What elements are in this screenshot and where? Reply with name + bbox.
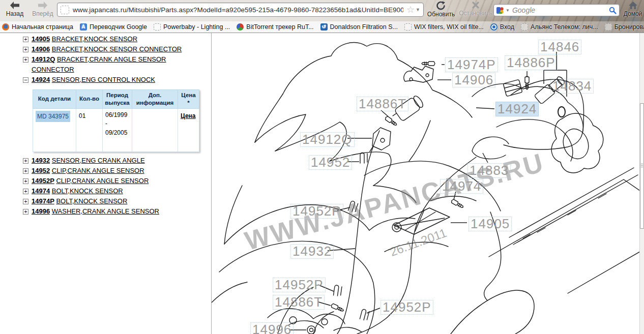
tree-item-14905[interactable]: 14905 BRACKET,KNOCK SENSOR	[32, 34, 207, 44]
part-label-14886T[interactable]: 14886T	[357, 97, 408, 111]
part-label-14886T[interactable]: 14886T	[273, 295, 325, 310]
forward-button: Вперёд	[30, 1, 56, 17]
expand-plus-icon[interactable]	[23, 178, 28, 184]
home-button[interactable]: Домой	[622, 1, 644, 17]
part-label-14924-highlighted[interactable]: 14924	[495, 102, 539, 116]
bookmark-item[interactable]: WIX filters, WIX oil filte...	[404, 23, 484, 31]
bookmark-item[interactable]: Начальная страница	[2, 23, 73, 31]
part-code-link[interactable]: 14932	[32, 157, 50, 164]
bookmark-item[interactable]: Вход	[490, 23, 514, 31]
washer-drawing	[307, 326, 315, 334]
tree-item-14952P[interactable]: 14952P CLIP,CRANK ANGLE SENSOR	[32, 176, 207, 186]
part-code-link[interactable]: 14912Q	[32, 55, 55, 63]
back-arrow-icon	[9, 1, 20, 10]
part-desc-link[interactable]: BRACKET,KNOCK SENSOR CONNECTOR	[52, 45, 182, 53]
back-button[interactable]: Назад	[2, 1, 27, 17]
url-bar[interactable]: www.japancats.ru/Mitsubishi/Parts.aspx?M…	[57, 3, 424, 17]
part-code-link[interactable]: 14952P	[32, 177, 54, 185]
url-text[interactable]: www.japancats.ru/Mitsubishi/Parts.aspx?M…	[73, 6, 403, 14]
expand-plus-icon[interactable]	[23, 47, 28, 52]
part-label-14974P[interactable]: 14974P	[445, 57, 498, 72]
part-label-14883[interactable]: 14883	[467, 163, 511, 178]
part-label-14846[interactable]: 14846	[538, 40, 581, 54]
part-label-14952P[interactable]: 14952P	[380, 300, 433, 315]
part-detail-table: Код детали Кол-во Период выпуска Доп. ин…	[33, 89, 207, 152]
part-label-14912Q[interactable]: 14912Q	[300, 132, 355, 147]
expand-plus-icon[interactable]	[23, 209, 28, 215]
bookmark-item[interactable]: Альянс Телеком: лич...	[521, 23, 598, 31]
bookmark-item[interactable]: Бронирование Agoda	[605, 23, 644, 31]
tree-item-14974[interactable]: 14974 BOLT,KNOCK SENSOR	[32, 186, 207, 196]
part-desc-link[interactable]: SENSOR,ENG CONTROL KNOCK	[52, 76, 155, 83]
part-desc-link[interactable]: WASHER,CRANK ANGLE SENSOR	[52, 207, 159, 215]
selected-part-code[interactable]: MD 343975	[36, 111, 70, 122]
expand-plus-icon[interactable]	[23, 158, 28, 164]
expand-plus-icon[interactable]	[23, 199, 28, 204]
search-box[interactable]: ▼ Google	[493, 4, 620, 16]
scrollbar-thumb[interactable]	[640, 103, 644, 229]
expand-plus-icon[interactable]	[23, 168, 28, 174]
part-desc-link[interactable]: CLIP,CRANK ANGLE SENSOR	[56, 177, 149, 185]
bookmark-label: Donaldson Filtration S...	[330, 23, 398, 31]
part-code-link[interactable]: 14974P	[32, 197, 54, 205]
tree-item-14974P[interactable]: 14974P BOLT,KNOCK SENSOR	[32, 196, 207, 206]
part-code-link[interactable]: 14974	[32, 187, 50, 195]
expand-plus-icon[interactable]	[23, 57, 28, 63]
price-link[interactable]: Цена	[181, 112, 196, 119]
tree-item-14932[interactable]: 14932 SENSOR,ENG CRANK ANGLE	[32, 156, 207, 166]
part-label-14886P[interactable]: 14886P	[505, 55, 558, 70]
tree-item-14906[interactable]: 14906 BRACKET,KNOCK SENSOR CONNECTOR	[32, 44, 207, 54]
part-label-14996[interactable]: 14996	[250, 322, 294, 334]
collapse-minus-icon[interactable]	[23, 77, 28, 83]
tree-item-14912Q[interactable]: 14912Q BRACKET,CRANK ANGLE SENSOR CONNEC…	[32, 54, 207, 75]
part-label-14905[interactable]: 14905	[469, 217, 512, 231]
vertical-scrollbar[interactable]	[639, 33, 644, 334]
part-label-14952P[interactable]: 14952P	[273, 278, 326, 292]
part-label-14932[interactable]: 14932	[290, 244, 334, 259]
bookmark-label: Начальная страница	[12, 23, 73, 31]
expand-plus-icon[interactable]	[23, 189, 28, 194]
part-desc-link[interactable]: CLIP,CRANK ANGLE SENSOR	[52, 167, 144, 174]
bittorrent-icon	[237, 23, 244, 31]
col-header-qty: Кол-во	[76, 90, 103, 109]
part-label-14906[interactable]: 14906	[452, 73, 495, 87]
refresh-button[interactable]: Обновить	[426, 1, 456, 18]
search-input[interactable]: Google	[512, 6, 609, 14]
bookmark-item[interactable]: Powerbaby - Lighting ...	[154, 23, 230, 31]
bookmark-item[interactable]: ↺Donaldson Filtration S...	[320, 23, 398, 31]
dotted-placeholder-icon	[605, 23, 612, 31]
part-label-14952[interactable]: 14952	[309, 155, 352, 170]
tree-item-14924[interactable]: 14924 SENSOR,ENG CONTROL KNOCK Код детал…	[32, 75, 207, 152]
bookmark-star-icon[interactable]: ☆	[406, 5, 415, 14]
firefox-icon	[2, 23, 9, 31]
bookmark-item[interactable]: AПереводчик Google	[80, 23, 147, 31]
part-desc-link[interactable]: BOLT,KNOCK SENSOR	[52, 187, 123, 195]
tree-item-14996[interactable]: 14996 WASHER,CRANK ANGLE SENSOR	[32, 206, 207, 217]
search-engine-dropdown-icon[interactable]: ▼	[506, 8, 510, 13]
part-code-link[interactable]: 14905	[32, 35, 50, 43]
part-desc-link[interactable]: BOLT,KNOCK SENSOR	[56, 197, 127, 205]
part-label-14834[interactable]: 14834	[550, 79, 594, 94]
col-header-info: Доп. информация	[132, 90, 178, 109]
part-desc-link[interactable]: BRACKET,KNOCK SENSOR	[52, 35, 137, 43]
part-code-link[interactable]: 14952	[32, 167, 50, 174]
search-magnifier-icon[interactable]	[609, 7, 617, 14]
url-dropdown-icon[interactable]: ▼	[416, 7, 420, 12]
google-logo-icon	[496, 7, 504, 14]
part-label-14952P[interactable]: 14952P	[290, 204, 343, 219]
part-code-link[interactable]: 14906	[32, 45, 50, 53]
bookmark-label: Вход	[500, 23, 514, 31]
part-label-14974[interactable]: 14974	[440, 179, 483, 194]
part-code-link[interactable]: 14924	[32, 76, 50, 83]
tree-item-14952[interactable]: 14952 CLIP,CRANK ANGLE SENSOR	[32, 166, 207, 176]
dotted-placeholder-icon	[154, 23, 161, 31]
expand-plus-icon[interactable]	[23, 37, 28, 42]
part-code-link[interactable]: 14996	[32, 207, 50, 215]
part-desc-link[interactable]: SENSOR,ENG CRANK ANGLE	[52, 157, 145, 164]
forward-label: Вперёд	[32, 10, 53, 17]
engine-diagram-panel: WWW.JAPANCATS.RU 26.11.2011 14846 14886P…	[211, 33, 639, 334]
cell-part-code[interactable]: MD 343975	[33, 108, 76, 151]
bookmark-item[interactable]: BitTorrent трекер RuT...	[237, 23, 313, 31]
donaldson-icon: ↺	[320, 23, 328, 31]
stop-label: Остановить	[459, 10, 492, 17]
